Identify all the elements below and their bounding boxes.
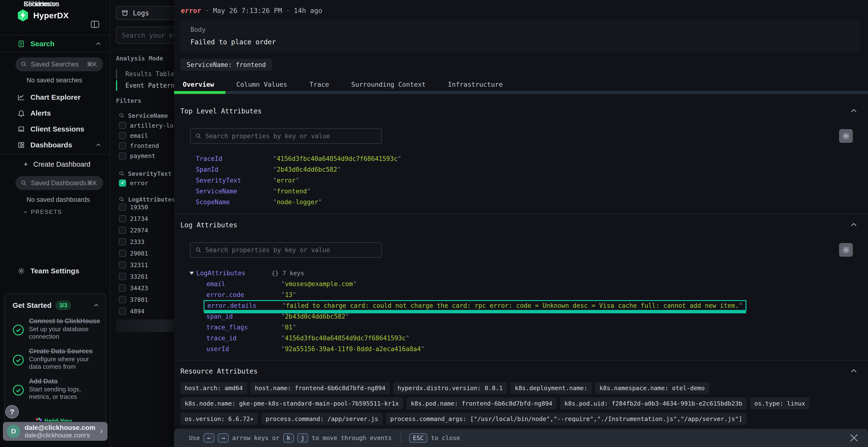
settings-button[interactable] bbox=[839, 129, 853, 143]
checkbox[interactable] bbox=[119, 204, 126, 211]
service-tag[interactable]: ServiceName: frontend bbox=[180, 59, 272, 71]
resource-badge[interactable]: host.name: frontend-6b6c8d7bfd-ng894 bbox=[250, 382, 390, 394]
tab[interactable]: Surrounding Context bbox=[351, 81, 426, 88]
settings-button[interactable] bbox=[839, 243, 853, 257]
checkbox[interactable] bbox=[119, 179, 126, 187]
attribute-value[interactable]: 4156d3fbc40a64854d9dc7f68641593c bbox=[281, 335, 409, 342]
saved-searches-input[interactable]: Saved Searches ⌘K bbox=[16, 57, 103, 71]
checkbox[interactable] bbox=[119, 238, 126, 245]
attribute-row[interactable]: error.code 13 bbox=[204, 289, 299, 300]
resource-badge[interactable]: process.command_args: ["/usr/local/bin/n… bbox=[386, 413, 747, 425]
filter-checkbox-row[interactable]: error bbox=[119, 178, 174, 188]
property-search-input[interactable]: Search properties by key or value bbox=[190, 242, 382, 258]
attribute-key[interactable]: TraceId bbox=[196, 155, 273, 162]
attribute-value[interactable]: frontend bbox=[273, 187, 311, 195]
attribute-row[interactable]: span_id 2b43d0c4dd6bc582 bbox=[204, 311, 352, 322]
attribute-key[interactable]: SeverityText bbox=[196, 177, 273, 184]
attribute-row[interactable]: email vmoses@example.com bbox=[204, 278, 360, 289]
tab[interactable]: Overview bbox=[183, 81, 214, 88]
attribute-row[interactable]: ScopeName node-logger bbox=[193, 197, 325, 207]
resource-badge[interactable]: os.version: 6.6.72+ bbox=[180, 413, 258, 425]
checkbox[interactable] bbox=[119, 152, 126, 160]
attribute-value[interactable]: vmoses@example.com bbox=[281, 280, 356, 287]
checkbox[interactable] bbox=[119, 132, 126, 139]
attribute-key[interactable]: trace_flags bbox=[207, 324, 281, 331]
attribute-key[interactable]: error.details bbox=[207, 302, 282, 309]
checkbox[interactable] bbox=[119, 215, 126, 222]
preset-link[interactable]: Kubernetes bbox=[24, 0, 59, 8]
checklist-item[interactable]: Add Data Start sending logs, metrics, or… bbox=[12, 378, 101, 401]
attribute-row[interactable]: SeverityText error bbox=[193, 175, 302, 186]
filter-checkbox-row[interactable]: artillery-loa bbox=[119, 121, 174, 131]
attribute-value[interactable]: 2b43d0c4dd6bc582 bbox=[273, 166, 341, 173]
attribute-key[interactable]: ServiceName bbox=[196, 187, 273, 195]
tab[interactable]: Infrastructure bbox=[448, 81, 503, 88]
chevron-up-icon[interactable] bbox=[850, 221, 858, 229]
filter-checkbox-row[interactable]: 34423 bbox=[119, 282, 174, 294]
checkbox[interactable] bbox=[119, 284, 126, 291]
filter-checkbox-row[interactable]: 37801 bbox=[119, 294, 174, 305]
sidebar-item-team-settings[interactable]: Team Settings bbox=[0, 265, 110, 277]
chevron-up-icon[interactable] bbox=[95, 142, 101, 148]
less-filters-button[interactable]: Less fil bbox=[116, 319, 174, 332]
attribute-key[interactable]: SpanId bbox=[196, 166, 273, 173]
sidebar-collapse-icon[interactable] bbox=[90, 19, 100, 29]
chevron-up-icon[interactable] bbox=[93, 302, 99, 309]
checkbox[interactable] bbox=[119, 273, 126, 280]
checkbox[interactable] bbox=[119, 142, 126, 149]
resource-badge[interactable]: os.type: linux bbox=[750, 398, 810, 409]
filter-checkbox-row[interactable]: 2333 bbox=[119, 236, 174, 248]
sidebar-item-search[interactable]: Search bbox=[0, 38, 110, 49]
resource-badge[interactable]: k8s.pod.name: frontend-6b6c8d7bfd-ng894 bbox=[406, 398, 557, 409]
checkbox[interactable] bbox=[119, 308, 126, 315]
facet-header-servicename[interactable]: ServiceName bbox=[119, 110, 168, 121]
attribute-row[interactable]: SpanId 2b43d0c4dd6bc582 bbox=[193, 164, 344, 175]
attribute-key[interactable]: userId bbox=[207, 345, 281, 353]
analysis-mode-option[interactable]: Results Table bbox=[116, 68, 174, 80]
property-search-input[interactable]: Search properties by key or value bbox=[190, 128, 382, 144]
checkbox[interactable] bbox=[119, 227, 126, 234]
resource-badge[interactable]: k8s.pod.uid: f284fb2d-a0b3-4634-991b-e2c… bbox=[560, 398, 747, 409]
attribute-value[interactable]: node-logger bbox=[273, 199, 322, 206]
checklist-item[interactable]: Create Data Sources Configure where your… bbox=[12, 347, 101, 370]
sidebar-item-client-sessions[interactable]: Client Sessions bbox=[0, 123, 110, 135]
attribute-row[interactable]: trace_flags 01 bbox=[204, 322, 299, 333]
checkbox[interactable] bbox=[119, 250, 126, 257]
attribute-row[interactable]: trace_id 4156d3fbc40a64854d9dc7f68641593… bbox=[204, 333, 412, 343]
saved-dashboards-input[interactable]: Saved Dashboards ⌘K bbox=[16, 176, 103, 190]
resource-badge[interactable]: k8s.deployment.name: bbox=[510, 382, 592, 394]
sidebar-item-chart-explorer[interactable]: Chart Explorer bbox=[0, 92, 110, 103]
filter-checkbox-row[interactable]: 29081 bbox=[119, 248, 174, 259]
filter-checkbox-row[interactable]: payment bbox=[119, 151, 174, 161]
attribute-key[interactable]: ScopeName bbox=[196, 199, 273, 206]
resource-badge[interactable]: k8s.namespace.name: otel-demo bbox=[595, 382, 709, 394]
resource-badge[interactable]: host.arch: amd64 bbox=[180, 382, 247, 394]
tab[interactable]: Column Values bbox=[236, 81, 287, 88]
sidebar-item-alerts[interactable]: Alerts bbox=[0, 107, 110, 119]
checkbox[interactable] bbox=[119, 122, 126, 129]
attribute-key[interactable]: error.code bbox=[207, 291, 281, 299]
create-dashboard-button[interactable]: Create Dashboard bbox=[0, 159, 110, 170]
facet-header-severitytext[interactable]: SeverityText bbox=[119, 168, 172, 179]
filter-checkbox-row[interactable]: 4894 bbox=[119, 305, 174, 317]
filter-checkbox-row[interactable]: 21734 bbox=[119, 213, 174, 225]
sidebar-item-dashboards[interactable]: Dashboards bbox=[0, 139, 110, 151]
attribute-row[interactable]: TraceId 4156d3fbc40a64854d9dc7f68641593c bbox=[193, 153, 404, 164]
checklist-item[interactable]: Connect to ClickHouse Set up your databa… bbox=[12, 317, 101, 340]
attribute-key[interactable]: email bbox=[207, 280, 281, 287]
filter-checkbox-row[interactable]: 22974 bbox=[119, 225, 174, 236]
help-button[interactable]: ? bbox=[5, 405, 19, 419]
resource-badge[interactable]: k8s.node.name: gke-pme-k8s-standard-main… bbox=[180, 398, 403, 409]
event-search-input[interactable]: Search your ev bbox=[116, 27, 174, 44]
caret-down-icon[interactable] bbox=[189, 272, 194, 275]
filter-checkbox-row[interactable]: 33261 bbox=[119, 271, 174, 282]
tab[interactable]: Trace bbox=[309, 81, 329, 88]
user-profile-chip[interactable]: D dale@clickhouse.com dale@clickhouse.co… bbox=[3, 422, 107, 441]
attribute-row[interactable]: error.details failed to charge card: cou… bbox=[204, 300, 746, 311]
filter-checkbox-row[interactable]: 32311 bbox=[119, 259, 174, 271]
attribute-value[interactable]: 4156d3fbc40a64854d9dc7f68641593c bbox=[273, 155, 401, 162]
chevron-up-icon[interactable] bbox=[850, 368, 858, 375]
checkbox[interactable] bbox=[119, 296, 126, 303]
attribute-key[interactable]: trace_id bbox=[207, 335, 281, 342]
presets-toggle[interactable]: PRESETS bbox=[23, 209, 62, 215]
